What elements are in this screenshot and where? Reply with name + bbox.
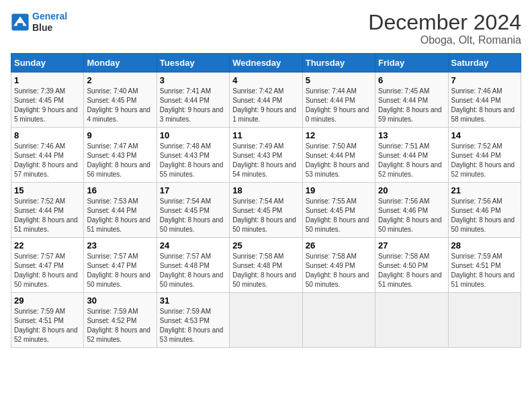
calendar-subtitle: Oboga, Olt, Romania	[368, 34, 521, 46]
calendar-cell: 2Sunrise: 7:40 AM Sunset: 4:45 PM Daylig…	[84, 73, 157, 128]
header-day-thursday: Thursday	[302, 54, 375, 73]
calendar-cell	[448, 293, 521, 348]
day-info: Sunrise: 7:56 AM Sunset: 4:46 PM Dayligh…	[451, 197, 518, 234]
calendar-cell: 15Sunrise: 7:52 AM Sunset: 4:44 PM Dayli…	[11, 183, 84, 238]
header-day-saturday: Saturday	[448, 54, 521, 73]
calendar-cell: 22Sunrise: 7:57 AM Sunset: 4:47 PM Dayli…	[11, 238, 84, 293]
title-area: December 2024 Oboga, Olt, Romania	[368, 11, 521, 46]
day-info: Sunrise: 7:59 AM Sunset: 4:53 PM Dayligh…	[160, 307, 226, 345]
header-row: SundayMondayTuesdayWednesdayThursdayFrid…	[11, 54, 521, 73]
day-number: 19	[306, 185, 372, 195]
calendar-cell: 23Sunrise: 7:57 AM Sunset: 4:47 PM Dayli…	[84, 238, 157, 293]
day-number: 11	[232, 130, 299, 140]
day-number: 9	[87, 130, 153, 140]
calendar-cell: 19Sunrise: 7:55 AM Sunset: 4:45 PM Dayli…	[302, 183, 375, 238]
day-number: 3	[160, 75, 226, 85]
day-number: 21	[451, 185, 518, 195]
calendar-cell: 11Sunrise: 7:49 AM Sunset: 4:43 PM Dayli…	[230, 128, 302, 183]
day-number: 17	[160, 185, 226, 195]
calendar-cell: 27Sunrise: 7:58 AM Sunset: 4:50 PM Dayli…	[375, 238, 448, 293]
week-row-1: 1Sunrise: 7:39 AM Sunset: 4:45 PM Daylig…	[11, 73, 521, 128]
day-number: 25	[232, 240, 299, 250]
calendar-cell: 28Sunrise: 7:59 AM Sunset: 4:51 PM Dayli…	[448, 238, 521, 293]
calendar-cell: 25Sunrise: 7:58 AM Sunset: 4:48 PM Dayli…	[230, 238, 302, 293]
calendar-cell: 13Sunrise: 7:51 AM Sunset: 4:44 PM Dayli…	[375, 128, 448, 183]
calendar-body: 1Sunrise: 7:39 AM Sunset: 4:45 PM Daylig…	[11, 73, 521, 348]
day-info: Sunrise: 7:39 AM Sunset: 4:45 PM Dayligh…	[14, 87, 81, 124]
day-number: 22	[14, 240, 81, 250]
logo-icon	[11, 13, 30, 32]
calendar-cell: 18Sunrise: 7:54 AM Sunset: 4:45 PM Dayli…	[230, 183, 302, 238]
day-info: Sunrise: 7:58 AM Sunset: 4:48 PM Dayligh…	[232, 252, 299, 289]
logo-blue: Blue	[32, 22, 67, 34]
calendar-cell: 14Sunrise: 7:52 AM Sunset: 4:44 PM Dayli…	[448, 128, 521, 183]
day-info: Sunrise: 7:49 AM Sunset: 4:43 PM Dayligh…	[232, 142, 299, 179]
calendar-cell: 7Sunrise: 7:46 AM Sunset: 4:44 PM Daylig…	[448, 73, 521, 128]
day-number: 5	[306, 75, 372, 85]
calendar-cell: 12Sunrise: 7:50 AM Sunset: 4:44 PM Dayli…	[302, 128, 375, 183]
header-day-monday: Monday	[84, 54, 157, 73]
day-info: Sunrise: 7:56 AM Sunset: 4:46 PM Dayligh…	[378, 197, 445, 234]
week-row-4: 22Sunrise: 7:57 AM Sunset: 4:47 PM Dayli…	[11, 238, 521, 293]
day-number: 16	[87, 185, 153, 195]
calendar-title: December 2024	[368, 11, 521, 34]
day-info: Sunrise: 7:46 AM Sunset: 4:44 PM Dayligh…	[14, 142, 81, 179]
header-day-wednesday: Wednesday	[230, 54, 302, 73]
calendar-cell: 8Sunrise: 7:46 AM Sunset: 4:44 PM Daylig…	[11, 128, 84, 183]
day-number: 18	[232, 185, 299, 195]
calendar-cell: 16Sunrise: 7:53 AM Sunset: 4:44 PM Dayli…	[84, 183, 157, 238]
svg-rect-2	[17, 23, 23, 27]
day-info: Sunrise: 7:51 AM Sunset: 4:44 PM Dayligh…	[378, 142, 445, 179]
header: General Blue December 2024 Oboga, Olt, R…	[11, 11, 521, 46]
day-info: Sunrise: 7:54 AM Sunset: 4:45 PM Dayligh…	[232, 197, 299, 234]
day-number: 20	[378, 185, 445, 195]
day-info: Sunrise: 7:58 AM Sunset: 4:49 PM Dayligh…	[306, 252, 372, 289]
week-row-3: 15Sunrise: 7:52 AM Sunset: 4:44 PM Dayli…	[11, 183, 521, 238]
calendar-cell: 17Sunrise: 7:54 AM Sunset: 4:45 PM Dayli…	[157, 183, 229, 238]
day-info: Sunrise: 7:50 AM Sunset: 4:44 PM Dayligh…	[306, 142, 372, 179]
day-info: Sunrise: 7:55 AM Sunset: 4:45 PM Dayligh…	[306, 197, 372, 234]
day-info: Sunrise: 7:57 AM Sunset: 4:47 PM Dayligh…	[87, 252, 153, 289]
day-number: 8	[14, 130, 81, 140]
header-day-sunday: Sunday	[11, 54, 84, 73]
day-number: 1	[14, 75, 81, 85]
day-info: Sunrise: 7:46 AM Sunset: 4:44 PM Dayligh…	[451, 87, 518, 124]
day-info: Sunrise: 7:42 AM Sunset: 4:44 PM Dayligh…	[232, 87, 299, 124]
logo-general: General	[32, 11, 67, 21]
week-row-5: 29Sunrise: 7:59 AM Sunset: 4:51 PM Dayli…	[11, 293, 521, 348]
day-number: 15	[14, 185, 81, 195]
day-info: Sunrise: 7:41 AM Sunset: 4:44 PM Dayligh…	[160, 87, 226, 124]
calendar-cell: 3Sunrise: 7:41 AM Sunset: 4:44 PM Daylig…	[157, 73, 229, 128]
day-number: 28	[451, 240, 518, 250]
calendar-cell	[302, 293, 375, 348]
day-number: 30	[87, 295, 153, 306]
day-number: 31	[160, 295, 226, 306]
day-number: 13	[378, 130, 445, 140]
day-number: 2	[87, 75, 153, 85]
calendar-cell	[230, 293, 302, 348]
day-number: 4	[232, 75, 299, 85]
calendar-cell: 21Sunrise: 7:56 AM Sunset: 4:46 PM Dayli…	[448, 183, 521, 238]
calendar-header: SundayMondayTuesdayWednesdayThursdayFrid…	[11, 54, 521, 73]
day-info: Sunrise: 7:57 AM Sunset: 4:47 PM Dayligh…	[14, 252, 81, 289]
calendar-cell	[375, 293, 448, 348]
calendar-cell: 4Sunrise: 7:42 AM Sunset: 4:44 PM Daylig…	[230, 73, 302, 128]
calendar-cell: 31Sunrise: 7:59 AM Sunset: 4:53 PM Dayli…	[157, 293, 229, 348]
logo-text: General Blue	[32, 11, 67, 34]
day-info: Sunrise: 7:45 AM Sunset: 4:44 PM Dayligh…	[378, 87, 445, 124]
calendar-cell: 26Sunrise: 7:58 AM Sunset: 4:49 PM Dayli…	[302, 238, 375, 293]
day-info: Sunrise: 7:47 AM Sunset: 4:43 PM Dayligh…	[87, 142, 153, 179]
day-number: 7	[451, 75, 518, 85]
day-info: Sunrise: 7:52 AM Sunset: 4:44 PM Dayligh…	[451, 142, 518, 179]
calendar-cell: 5Sunrise: 7:44 AM Sunset: 4:44 PM Daylig…	[302, 73, 375, 128]
day-info: Sunrise: 7:48 AM Sunset: 4:43 PM Dayligh…	[160, 142, 226, 179]
calendar-cell: 9Sunrise: 7:47 AM Sunset: 4:43 PM Daylig…	[84, 128, 157, 183]
calendar-cell: 20Sunrise: 7:56 AM Sunset: 4:46 PM Dayli…	[375, 183, 448, 238]
calendar-cell: 29Sunrise: 7:59 AM Sunset: 4:51 PM Dayli…	[11, 293, 84, 348]
logo: General Blue	[11, 11, 67, 34]
day-info: Sunrise: 7:59 AM Sunset: 4:51 PM Dayligh…	[14, 307, 81, 345]
day-number: 23	[87, 240, 153, 250]
day-number: 6	[378, 75, 445, 85]
header-day-friday: Friday	[375, 54, 448, 73]
day-info: Sunrise: 7:59 AM Sunset: 4:52 PM Dayligh…	[87, 307, 153, 345]
